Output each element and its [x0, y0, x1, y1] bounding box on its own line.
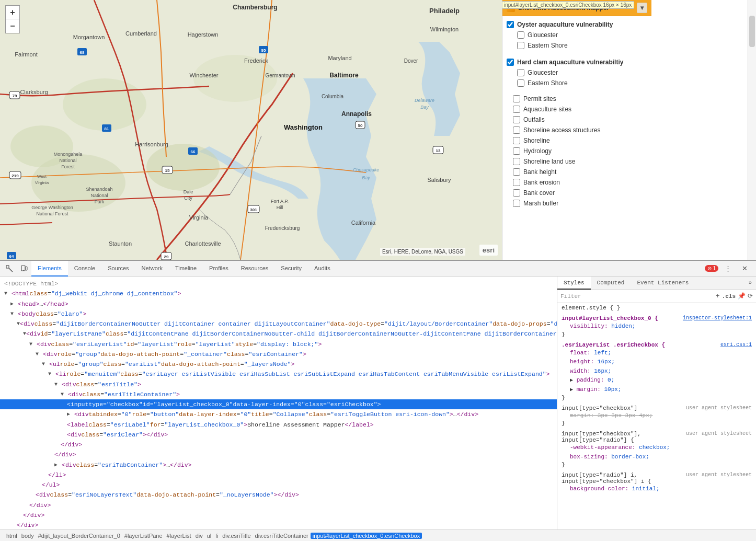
permit_sites-label: Permit sites	[523, 95, 556, 102]
layer-item-marsh_buffer: Marsh buffer	[502, 198, 651, 209]
dom-tree-line[interactable]: <!DOCTYPE html>	[0, 279, 557, 289]
dom-tree-line[interactable]: ▶<div class="esriTabContainer">…</div>	[0, 460, 557, 470]
add-style-icon[interactable]: +	[716, 292, 720, 300]
tab-console[interactable]: Console	[68, 261, 101, 277]
hardclam-group-checkbox[interactable]	[507, 59, 514, 66]
tab-audits[interactable]: Audits	[308, 261, 337, 277]
styles-tab-computed[interactable]: Computed	[591, 277, 631, 290]
breadcrumb-item[interactable]: #layerList	[165, 533, 193, 539]
tab-profiles[interactable]: Profiles	[203, 261, 235, 277]
marsh_buffer-checkbox[interactable]	[513, 200, 520, 207]
zoom-in-button[interactable]: +	[6, 6, 19, 19]
dom-tree-line[interactable]: ▼<div class="esriTitle">	[0, 379, 557, 389]
bank_height-checkbox[interactable]	[513, 168, 520, 176]
breadcrumb-item[interactable]: li	[213, 533, 220, 539]
dom-tree-line[interactable]: ▼<body class="claro">	[0, 309, 557, 319]
dom-tree-line[interactable]: </div>	[0, 450, 557, 459]
dom-tree-line[interactable]: <label class="esriLabel" for="layerList_…	[0, 420, 557, 430]
oyster-group-checkbox[interactable]	[507, 21, 514, 28]
dom-tree-line[interactable]: <input type="checkbox" id="layerList_che…	[0, 399, 557, 409]
layer-list: Oyster aquaculture vulnerability Glouces…	[502, 16, 651, 211]
styles-filter-input[interactable]	[583, 293, 714, 300]
tab-resources[interactable]: Resources	[235, 261, 275, 277]
layer-panel-toggle-button[interactable]: ▾	[637, 3, 647, 13]
refresh-icon[interactable]: ⟳	[748, 292, 753, 300]
dom-tree-line[interactable]: </div>	[0, 440, 557, 450]
breadcrumb-item[interactable]: #dijit_layout_BorderContainer_0	[36, 533, 122, 539]
dom-tree-line[interactable]: </ul>	[0, 480, 557, 490]
oyster-eastern-shore-checkbox[interactable]	[517, 42, 524, 49]
breadcrumb-item[interactable]: ul	[205, 533, 214, 539]
breadcrumb-item[interactable]: input#layerList_checkbox_0.esriCheckbox	[311, 533, 422, 539]
close-devtools-button[interactable]: ✕	[737, 261, 752, 276]
dom-tree-line[interactable]: ▼<ul role="group" class="esriList" data-…	[0, 359, 557, 369]
dom-tree-line[interactable]: ▼<div class="esriTitleContainer">	[0, 389, 557, 399]
padding-triangle[interactable]: ▶	[570, 377, 573, 383]
dom-tree-line[interactable]: ▼<div class="esriLayerList" id="layerLis…	[0, 339, 557, 349]
tab-network[interactable]: Network	[135, 261, 169, 277]
tab-elements[interactable]: Elements	[31, 261, 68, 277]
svg-text:29: 29	[164, 255, 169, 259]
hardclam-gloucester-checkbox[interactable]	[517, 69, 524, 76]
outfalls-checkbox[interactable]	[513, 116, 520, 123]
hydrology-checkbox[interactable]	[513, 147, 520, 155]
dom-tree-line[interactable]: ▶<div tabindex="0" role="button" data-la…	[0, 409, 557, 419]
dom-tree-line[interactable]: ▼<li role="menuitem" class="esriLayer es…	[0, 369, 557, 379]
shoreline-checkbox[interactable]	[513, 137, 520, 144]
rule-prop-float: float: left;	[562, 349, 752, 358]
dom-tree-line[interactable]: ▶<head>…</head>	[0, 299, 557, 309]
rule-source-1[interactable]: inspector-stylesheet:1	[683, 315, 752, 321]
tab-timeline[interactable]: Timeline	[169, 261, 203, 277]
standalone-layers: Permit sites Aquaculture sites Outfalls …	[502, 94, 651, 209]
hardclam-eastern-shore-checkbox[interactable]	[517, 79, 524, 87]
device-toolbar-button[interactable]	[17, 261, 31, 276]
bank_cover-label: Bank cover	[523, 189, 555, 197]
map-scrollbar[interactable]	[748, 0, 756, 260]
rule-close-4: }	[562, 462, 565, 468]
dom-tree-line[interactable]: </div>	[0, 520, 557, 530]
oyster-gloucester-checkbox[interactable]	[517, 31, 524, 39]
more-options-button[interactable]: ⋮	[720, 261, 735, 276]
permit_sites-checkbox[interactable]	[513, 95, 520, 102]
breadcrumb-item[interactable]: div.esriTitleContainer	[253, 533, 311, 539]
pin-icon[interactable]: 📌	[738, 292, 746, 300]
inspect-element-button[interactable]	[2, 261, 17, 276]
bank_cover-checkbox[interactable]	[513, 189, 520, 197]
styles-tab-styles[interactable]: Styles	[557, 277, 591, 290]
dom-tree-line[interactable]: </li>	[0, 470, 557, 480]
breadcrumb-item[interactable]: body	[19, 533, 36, 539]
dom-tree-line[interactable]: </div>	[0, 500, 557, 510]
outfalls-label: Outfalls	[523, 116, 545, 123]
filter-icon: Filter	[560, 293, 581, 300]
dom-tree-line[interactable]: <div class="esriNoLayersText" data-dojo-…	[0, 490, 557, 500]
zoom-out-button[interactable]: −	[6, 19, 19, 33]
aquaculture_sites-checkbox[interactable]	[513, 106, 520, 113]
dom-tree-line[interactable]: ▼<div class="dijitBorderContainerNoGutte…	[0, 319, 557, 329]
rule-source-2[interactable]: esri.css:1	[720, 342, 752, 348]
dom-tree-panel[interactable]: <!DOCTYPE html>▼<html class="dj_webkit d…	[0, 277, 557, 530]
margin-triangle[interactable]: ▶	[570, 387, 573, 393]
map-scrollbar-thumb[interactable]	[749, 16, 755, 47]
styles-tab-event-listeners[interactable]: Event Listeners	[631, 277, 695, 290]
layer-item-permit_sites: Permit sites	[502, 94, 651, 104]
prop-value-bg-color: initial;	[632, 486, 660, 492]
bank_erosion-checkbox[interactable]	[513, 179, 520, 186]
styles-tab-more[interactable]: »	[744, 277, 756, 290]
shoreline_land_use-checkbox[interactable]	[513, 158, 520, 165]
breadcrumb-item[interactable]: div.esriTitle	[220, 533, 253, 539]
tab-sources[interactable]: Sources	[101, 261, 135, 277]
tab-security[interactable]: Security	[274, 261, 308, 277]
rule-ua-checkbox-2: user agent stylesheet input[type="checkb…	[562, 431, 752, 468]
cls-button[interactable]: .cls	[722, 293, 736, 300]
dom-tree-line[interactable]: ▼<div id="layerListPane" class="dijitCon…	[0, 329, 557, 339]
breadcrumb-item[interactable]: div	[193, 533, 205, 539]
dom-tree-line[interactable]: ▼<div role="group" data-dojo-attach-poin…	[0, 349, 557, 359]
styles-tabs: Styles Computed Event Listeners »	[557, 277, 756, 290]
shoreline_access-checkbox[interactable]	[513, 126, 520, 134]
breadcrumb-item[interactable]: html	[4, 533, 19, 539]
dom-tree-line[interactable]: ▼<html class="dj_webkit dj_chrome dj_con…	[0, 289, 557, 298]
dom-tree-line[interactable]: </div>	[0, 510, 557, 520]
breadcrumb-item[interactable]: #layerListPane	[122, 533, 165, 539]
dom-tree-line[interactable]: <div class="esriClear"></div>	[0, 430, 557, 440]
svg-rect-75	[26, 267, 27, 270]
